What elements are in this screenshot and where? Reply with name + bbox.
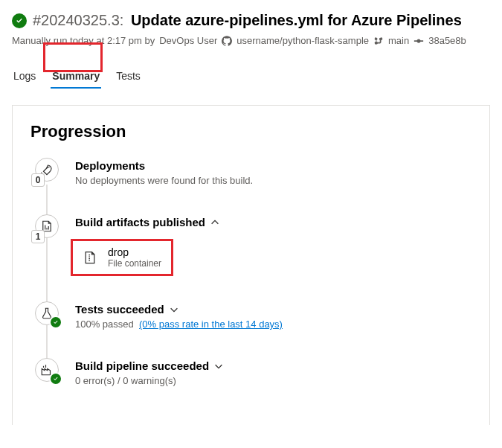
tests-success-badge [49, 316, 62, 329]
tests-pass-rate-link[interactable]: (0% pass rate in the last 14 days) [139, 319, 283, 330]
pipeline-title-text: Build pipeline succeeded [75, 359, 209, 372]
progression-heading: Progression [30, 122, 472, 141]
artifact-item-drop[interactable]: drop File container [74, 242, 167, 273]
status-success-icon [12, 13, 27, 28]
timeline-item-tests: Tests succeeded 100% passed (0% pass rat… [35, 301, 472, 330]
artifacts-count-badge: 1 [31, 230, 45, 243]
triggered-text: Manually run today at 2:17 pm by [12, 35, 155, 46]
branch-icon [373, 36, 384, 46]
chevron-up-icon [210, 217, 220, 228]
build-number: #20240325.3: [33, 12, 123, 28]
timeline-item-pipeline: Build pipeline succeeded 0 error(s) / 0 … [35, 358, 472, 386]
progression-timeline: 0 Deployments No deployments were found … [35, 158, 472, 386]
artifact-zip-icon [80, 247, 100, 268]
pipeline-stats: 0 error(s) / 0 warning(s) [75, 375, 224, 386]
build-name: Update azure-pipelines.yml for Azure Pip… [131, 12, 462, 28]
pipeline-node [35, 358, 59, 382]
summary-tabs: Logs Summary Tests [12, 65, 142, 89]
build-meta: Manually run today at 2:17 pm by DevOps … [12, 35, 490, 46]
timeline-item-artifacts: 1 Build artifacts published drop File co… [35, 214, 472, 273]
tests-title-text: Tests succeeded [75, 303, 164, 316]
artifacts-title-text: Build artifacts published [75, 216, 205, 228]
tab-summary[interactable]: Summary [51, 65, 101, 88]
tests-node [35, 301, 59, 325]
deployments-title: Deployments [75, 159, 253, 172]
artifact-type: File container [108, 258, 161, 269]
tests-title[interactable]: Tests succeeded [75, 303, 283, 316]
commit-icon [413, 36, 424, 46]
repo-link[interactable]: username/python-flask-sample [236, 35, 369, 46]
timeline-item-deployments: 0 Deployments No deployments were found … [35, 158, 472, 186]
tab-logs[interactable]: Logs [12, 65, 37, 88]
pipeline-success-badge [49, 372, 62, 385]
chevron-down-icon [169, 304, 179, 315]
progression-card: Progression 0 Deployments No deployments… [12, 105, 490, 425]
artifacts-title[interactable]: Build artifacts published [75, 216, 220, 228]
chevron-down-icon [213, 361, 224, 371]
deployments-message: No deployments were found for this build… [75, 175, 253, 186]
tab-tests[interactable]: Tests [115, 65, 142, 88]
deployments-node: 0 [35, 158, 59, 182]
commit-link[interactable]: 38a5e8b [428, 35, 466, 46]
artifacts-node: 1 [35, 214, 59, 238]
build-header: #20240325.3: Update azure-pipelines.yml … [12, 12, 490, 29]
pipeline-title[interactable]: Build pipeline succeeded [75, 359, 224, 372]
branch-link[interactable]: main [388, 35, 409, 46]
page-title: #20240325.3: Update azure-pipelines.yml … [33, 12, 462, 29]
deployments-count-badge: 0 [31, 173, 45, 187]
artifact-name: drop [108, 246, 161, 258]
triggered-user: DevOps User [159, 35, 217, 46]
github-icon [222, 36, 232, 46]
tests-pass-text: 100% passed [75, 319, 134, 330]
